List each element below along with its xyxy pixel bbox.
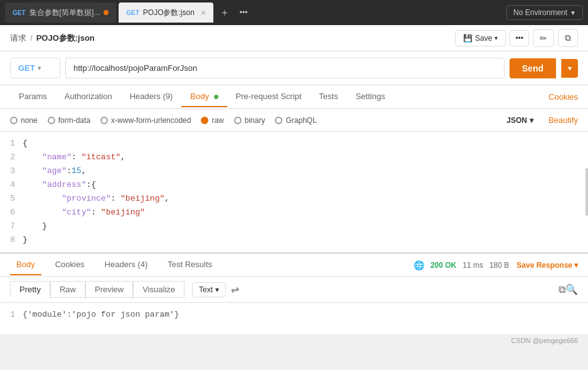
send-button[interactable]: Send [510, 58, 556, 78]
line-content: "province": "beijing", [23, 192, 169, 206]
watermark: CSDN @pengege666 [0, 334, 588, 348]
status-size: 180 B [489, 261, 509, 270]
radio-urlencoded-icon [100, 117, 108, 124]
option-raw[interactable]: raw [201, 116, 223, 125]
code-line: 4 "address":{ [0, 178, 588, 192]
resp-tab-cookies[interactable]: Cookies [49, 255, 91, 275]
code-editor[interactable]: 1{2 "name": "itcast",3 "age":15,4 "addre… [0, 132, 588, 253]
tab-prerequest[interactable]: Pre-request Script [227, 87, 311, 107]
option-raw-label: raw [211, 116, 223, 125]
copy-response-icon[interactable]: ⧉ [559, 284, 565, 295]
tab-tests[interactable]: Tests [310, 87, 346, 107]
json-type-selector[interactable]: JSON ▾ [506, 116, 533, 125]
environment-selector[interactable]: No Environment ▼ [506, 5, 583, 20]
option-binary[interactable]: binary [234, 116, 265, 125]
resp-tab-headers[interactable]: Headers (4) [99, 255, 154, 275]
option-graphql-label: GraphQL [286, 116, 316, 125]
url-bar: GET ▾ Send ▾ [0, 51, 588, 85]
line-number: 8 [5, 233, 23, 247]
line-number: 5 [5, 192, 23, 206]
env-chevron-icon: ▼ [570, 9, 576, 16]
tab-body[interactable]: Body [181, 87, 227, 107]
code-line: 3 "age":15, [0, 164, 588, 178]
tab-1[interactable]: GET 集合参数[简单数据]... [5, 3, 116, 23]
resp-tab-testresults[interactable]: Test Results [161, 255, 218, 275]
tab-authorization[interactable]: Authorization [56, 87, 121, 107]
method-label: GET [18, 63, 35, 73]
line-content: "name": "itcast", [23, 151, 126, 164]
tab-settings[interactable]: Settings [347, 87, 394, 107]
send-chevron-button[interactable]: ▾ [561, 59, 578, 78]
tab-bar: GET 集合参数[简单数据]... GET POJO参数:json ✕ ＋ ••… [0, 0, 588, 25]
text-chevron-icon: ▾ [215, 285, 219, 294]
json-selector-label: JSON [506, 116, 527, 125]
tab-body-dot [214, 95, 218, 99]
line-content: { [23, 137, 28, 151]
line-number: 4 [5, 178, 23, 192]
breadcrumb-actions: 💾 Save ▾ ••• ✏ ⧉ [455, 29, 578, 47]
code-line: 2 "name": "itcast", [0, 151, 588, 164]
line-number: 6 [5, 206, 23, 219]
save-chevron-icon: ▾ [494, 34, 498, 41]
option-formdata[interactable]: form-data [48, 116, 90, 125]
response-status: 🌐 200 OK 11 ms 180 B [414, 260, 509, 270]
copy-button[interactable]: ⧉ [558, 29, 578, 47]
status-code: 200 OK [430, 261, 456, 270]
tab1-dot [104, 10, 109, 15]
format-preview[interactable]: Preview [85, 281, 133, 298]
resp-line-number: 1 [5, 308, 23, 322]
format-pretty[interactable]: Pretty [10, 281, 50, 298]
search-response-icon[interactable]: 🔍 [565, 283, 578, 295]
status-time: 11 ms [462, 261, 483, 270]
code-line: 8} [0, 233, 588, 247]
globe-icon: 🌐 [414, 260, 424, 270]
save-button[interactable]: 💾 Save ▾ [455, 30, 506, 46]
line-number: 1 [5, 137, 23, 151]
breadcrumb-sep: / [30, 33, 33, 43]
radio-formdata-icon [48, 117, 55, 124]
beautify-button[interactable]: Beautify [548, 115, 578, 125]
breadcrumb-current: POJO参数:json [36, 33, 95, 44]
method-selector[interactable]: GET ▾ [10, 58, 60, 78]
response-header: Body Cookies Headers (4) Test Results 🌐 … [0, 253, 588, 277]
tab-2[interactable]: GET POJO参数:json ✕ [119, 3, 213, 23]
tab1-method: GET [13, 9, 26, 16]
request-tabs: Params Authorization Headers (9) Body Pr… [0, 85, 588, 109]
tab-body-label: Body [190, 92, 209, 101]
url-input[interactable] [65, 58, 505, 78]
resp-tab-body[interactable]: Body [10, 255, 41, 275]
code-line: 7 } [0, 219, 588, 233]
line-content: } [23, 233, 28, 247]
tab1-name: 集合参数[简单数据]... [29, 8, 100, 18]
tab2-method: GET [126, 9, 139, 16]
code-line: 6 "city": "beijing" [0, 206, 588, 219]
line-content: } [23, 219, 47, 233]
save-response-button[interactable]: Save Response ▾ [516, 261, 578, 270]
option-formdata-label: form-data [58, 116, 90, 125]
radio-graphql-icon [275, 117, 282, 124]
response-format-bar: Pretty Raw Preview Visualize Text ▾ ⇌ ⧉ … [0, 277, 588, 303]
wrap-icon[interactable]: ⇌ [231, 283, 239, 295]
format-visualize[interactable]: Visualize [133, 281, 184, 298]
radio-binary-icon [234, 117, 242, 124]
option-graphql[interactable]: GraphQL [275, 116, 316, 125]
tab-add-button[interactable]: ＋ [216, 6, 233, 19]
more-options-button[interactable]: ••• [510, 30, 529, 46]
text-type-selector[interactable]: Text ▾ [192, 282, 226, 297]
tab-params[interactable]: Params [10, 87, 56, 107]
option-none-label: none [21, 116, 38, 125]
cookies-button[interactable]: Cookies [548, 92, 578, 102]
scrollbar[interactable] [585, 168, 588, 216]
tab2-close[interactable]: ✕ [201, 9, 206, 16]
response-line: 1{'module':'pojo for json param'} [0, 308, 588, 322]
code-line: 1{ [0, 137, 588, 151]
option-urlencoded[interactable]: x-www-form-urlencoded [100, 116, 191, 125]
option-none[interactable]: none [10, 116, 38, 125]
breadcrumb: 请求 / POJO参数:json [10, 33, 95, 44]
tab-headers[interactable]: Headers (9) [121, 87, 182, 107]
tab-more-button[interactable]: ••• [236, 8, 252, 17]
format-raw[interactable]: Raw [50, 281, 85, 298]
line-content: "address":{ [23, 178, 96, 192]
edit-button[interactable]: ✏ [533, 29, 554, 47]
option-binary-label: binary [245, 116, 265, 125]
